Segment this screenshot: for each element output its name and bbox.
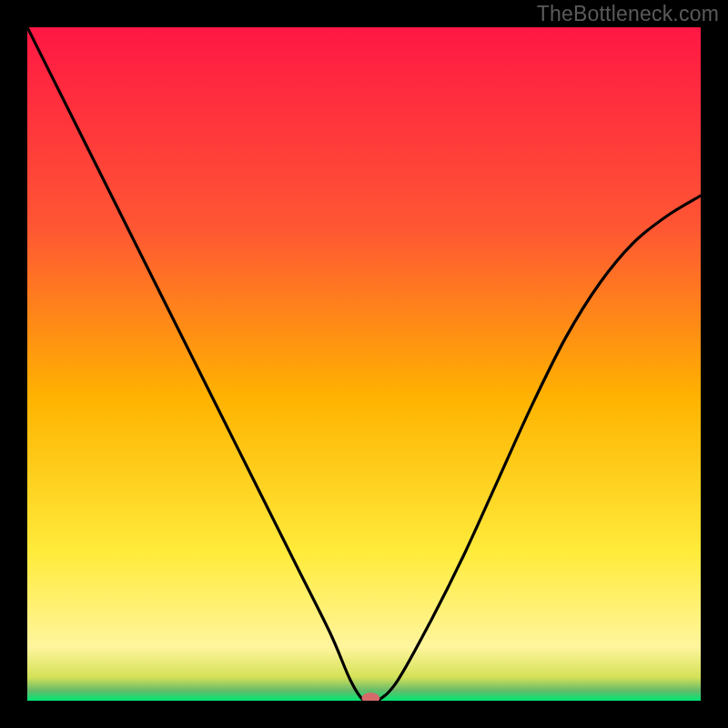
gradient-background xyxy=(27,27,701,701)
watermark-text: TheBottleneck.com xyxy=(537,2,719,26)
bottleneck-chart xyxy=(27,27,701,701)
chart-frame: TheBottleneck.com xyxy=(0,0,728,728)
